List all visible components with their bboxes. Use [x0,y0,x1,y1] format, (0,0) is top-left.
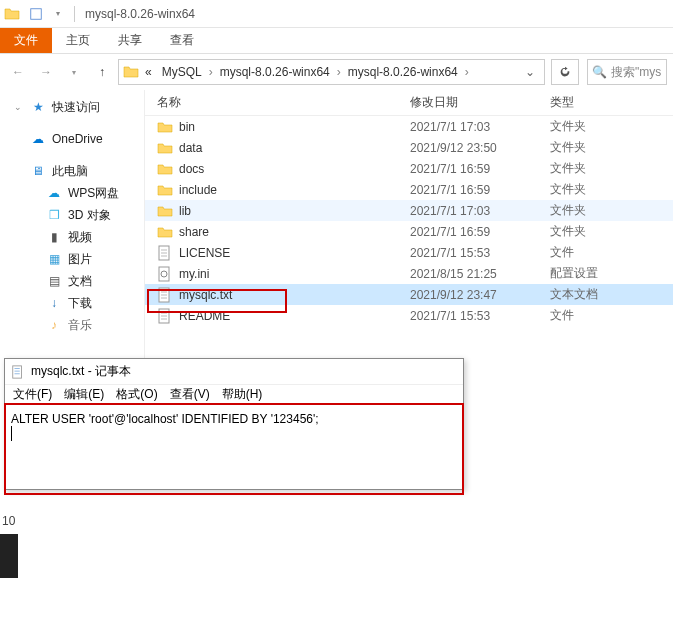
file-date: 2021/7/1 16:59 [410,162,550,176]
file-row[interactable]: README2021/7/1 15:53文件 [145,305,673,326]
tab-view[interactable]: 查看 [156,28,208,53]
file-type: 文件夹 [550,202,640,219]
tab-home[interactable]: 主页 [52,28,104,53]
file-type: 文件 [550,244,640,261]
cloud-icon: ☁ [30,131,46,147]
sidebar-item-cloud2[interactable]: ☁WPS网盘 [10,182,144,204]
folder-icon [157,161,173,177]
chevron-right-icon[interactable]: › [336,65,342,79]
notepad-window: mysqlc.txt - 记事本 文件(F) 编辑(E) 格式(O) 查看(V)… [4,358,464,490]
quick-access-toolbar: ▾ [26,4,79,24]
refresh-icon [558,65,572,79]
sidebar-item-star[interactable]: ⌄★快速访问 [10,96,144,118]
folder-icon [157,182,173,198]
nav-up-button[interactable]: ↑ [90,60,114,84]
sidebar-item-label: 快速访问 [52,99,100,116]
file-type: 文件夹 [550,139,640,156]
file-row[interactable]: bin2021/7/1 17:03文件夹 [145,116,673,137]
file-type: 配置设置 [550,265,640,282]
refresh-button[interactable] [551,59,579,85]
notepad-textarea[interactable]: ALTER USER 'root'@'localhost' IDENTIFIED… [5,405,463,489]
sidebar-item-cube[interactable]: ❒3D 对象 [10,204,144,226]
notepad-menubar: 文件(F) 编辑(E) 格式(O) 查看(V) 帮助(H) [5,385,463,405]
file-type: 文件夹 [550,181,640,198]
file-row[interactable]: share2021/7/1 16:59文件夹 [145,221,673,242]
ini-icon [157,266,173,282]
folder-icon [123,64,139,80]
sidebar-item-label: 图片 [68,251,92,268]
file-type: 文件夹 [550,118,640,135]
nav-recent-dropdown[interactable]: ▾ [62,60,86,84]
search-placeholder: 搜索"mys [611,64,661,81]
file-type: 文件夹 [550,223,640,240]
taskbar-fragment [0,534,18,578]
menu-file[interactable]: 文件(F) [9,386,56,403]
folder-icon [157,119,173,135]
file-date: 2021/9/12 23:50 [410,141,550,155]
sidebar-item-cloud[interactable]: ☁OneDrive [10,128,144,150]
chevron-right-icon[interactable]: › [464,65,470,79]
column-name[interactable]: 名称 [145,94,410,111]
tab-file[interactable]: 文件 [0,28,52,53]
address-bar-row: ← → ▾ ↑ « MySQL › mysql-8.0.26-winx64 › … [0,54,673,90]
sidebar-item-music[interactable]: ♪音乐 [10,314,144,336]
file-date: 2021/7/1 15:53 [410,246,550,260]
breadcrumb-item[interactable]: mysql-8.0.26-winx64 [216,65,334,79]
menu-format[interactable]: 格式(O) [112,386,161,403]
window-title: mysql-8.0.26-winx64 [85,7,195,21]
sidebar-item-download[interactable]: ↓下载 [10,292,144,314]
sidebar-item-label: 3D 对象 [68,207,111,224]
menu-edit[interactable]: 编辑(E) [60,386,108,403]
doc-icon: ▤ [46,273,62,289]
file-date: 2021/7/1 17:03 [410,204,550,218]
file-name: share [179,225,209,239]
address-dropdown-icon[interactable]: ⌄ [520,65,540,79]
separator [74,6,75,22]
file-row[interactable]: LICENSE2021/7/1 15:53文件 [145,242,673,263]
navigation-sidebar: ⌄★快速访问☁OneDrive🖥此电脑☁WPS网盘❒3D 对象▮视频▦图片▤文档… [0,90,145,370]
search-input[interactable]: 🔍 搜索"mys [587,59,667,85]
file-name: lib [179,204,191,218]
folder-icon [157,224,173,240]
qat-properties-icon[interactable] [26,4,46,24]
file-row[interactable]: data2021/9/12 23:50文件夹 [145,137,673,158]
sidebar-item-picture[interactable]: ▦图片 [10,248,144,270]
sidebar-item-label: 文档 [68,273,92,290]
sidebar-item-label: 此电脑 [52,163,88,180]
file-date: 2021/7/1 16:59 [410,225,550,239]
file-date: 2021/9/12 23:47 [410,288,550,302]
breadcrumb-item[interactable]: mysql-8.0.26-winx64 [344,65,462,79]
column-type[interactable]: 类型 [550,94,640,111]
file-row[interactable]: mysqlc.txt2021/9/12 23:47文本文档 [145,284,673,305]
file-name: my.ini [179,267,209,281]
tab-share[interactable]: 共享 [104,28,156,53]
file-row[interactable]: lib2021/7/1 17:03文件夹 [145,200,673,221]
menu-help[interactable]: 帮助(H) [218,386,267,403]
address-bar[interactable]: « MySQL › mysql-8.0.26-winx64 › mysql-8.… [118,59,545,85]
file-name: docs [179,162,204,176]
file-name: data [179,141,202,155]
file-row[interactable]: my.ini2021/8/15 21:25配置设置 [145,263,673,284]
sidebar-item-pc[interactable]: 🖥此电脑 [10,160,144,182]
file-row[interactable]: include2021/7/1 16:59文件夹 [145,179,673,200]
chevron-right-icon[interactable]: › [208,65,214,79]
file-date: 2021/7/1 15:53 [410,309,550,323]
column-date[interactable]: 修改日期 [410,94,550,111]
qat-dropdown-icon[interactable]: ▾ [48,4,68,24]
status-item-count: 10 [2,514,15,528]
nav-forward-button[interactable]: → [34,60,58,84]
menu-view[interactable]: 查看(V) [166,386,214,403]
column-headers: 名称 修改日期 类型 [145,90,673,116]
breadcrumb-item[interactable]: MySQL [158,65,206,79]
file-type: 文件夹 [550,160,640,177]
file-type: 文件 [550,307,640,324]
sidebar-item-video[interactable]: ▮视频 [10,226,144,248]
nav-back-button[interactable]: ← [6,60,30,84]
file-row[interactable]: docs2021/7/1 16:59文件夹 [145,158,673,179]
sidebar-item-label: 下载 [68,295,92,312]
file-type: 文本文档 [550,286,640,303]
video-icon: ▮ [46,229,62,245]
sidebar-item-doc[interactable]: ▤文档 [10,270,144,292]
file-icon [157,308,173,324]
breadcrumb-prefix[interactable]: « [141,65,156,79]
